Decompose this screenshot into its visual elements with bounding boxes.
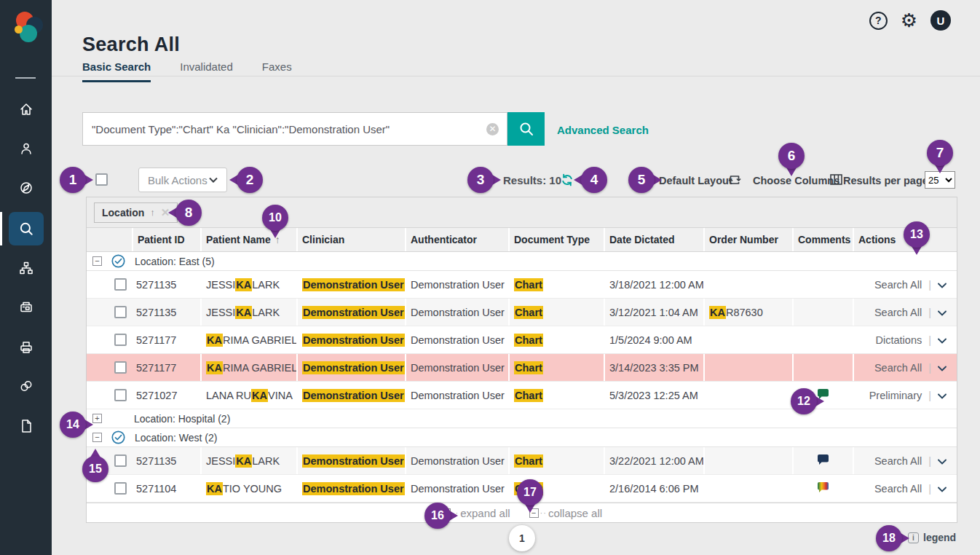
callout-badge-15: 15 — [82, 456, 108, 482]
row-checkbox[interactable] — [114, 306, 127, 318]
authenticator-cell: Demonstration User — [405, 447, 508, 474]
column-header-patient-id[interactable]: Patient ID — [132, 228, 200, 251]
search-icon[interactable] — [0, 213, 52, 245]
pagination-page-1[interactable]: 1 — [509, 525, 535, 551]
bulk-actions-dropdown[interactable]: Bulk Actions — [138, 168, 227, 192]
link-icon[interactable] — [0, 370, 52, 402]
tab-invalidated[interactable]: Invalidated — [180, 60, 233, 82]
callout-number: 10 — [262, 205, 288, 231]
user-avatar[interactable]: U — [930, 10, 951, 31]
callout-badge-10: 10 — [262, 205, 288, 231]
help-icon[interactable]: ? — [869, 12, 888, 30]
tab-basic-search[interactable]: Basic Search — [82, 60, 151, 82]
row-checkbox[interactable] — [114, 389, 127, 401]
user-icon[interactable] — [0, 133, 52, 165]
group-row: +Location: Hospital (2) — [87, 409, 957, 428]
row-actions-chevron-icon[interactable] — [938, 279, 947, 291]
group-by-chip-location[interactable]: Location ↑ ✕ — [94, 202, 178, 223]
row-checkbox[interactable] — [114, 278, 127, 291]
date-dictated-cell: 1/5/2024 9:00 AM — [604, 326, 703, 353]
comment-rainbow-icon[interactable] — [817, 481, 829, 495]
patient-name-cell: KATIO YOUNG — [200, 475, 296, 502]
layout-repeat-icon[interactable] — [728, 174, 741, 189]
row-action-link[interactable]: Search All — [874, 455, 922, 467]
authenticator-cell: Demonstration User — [405, 299, 508, 326]
printer-icon[interactable] — [0, 331, 52, 363]
row-actions-chevron-icon[interactable] — [938, 455, 947, 467]
row-checkbox[interactable] — [114, 361, 127, 374]
text: LANA RU — [206, 390, 251, 401]
row-action-link[interactable]: Search All — [874, 307, 922, 318]
patient-id-cell: 5271135 — [132, 299, 200, 326]
row-actions-cell: Search All| — [853, 447, 957, 474]
group-selected-check-icon[interactable] — [111, 430, 125, 444]
select-all-checkbox[interactable] — [95, 173, 108, 186]
date-dictated-cell: 3/14/2023 3:35 PM — [604, 354, 703, 381]
patient-name-cell: LANA RUKAVINA — [200, 382, 296, 409]
clinician-cell: Demonstration User — [296, 271, 405, 298]
callout-badge-7: 7 — [927, 140, 953, 166]
row-actions-chevron-icon[interactable] — [938, 307, 947, 318]
default-layout-button[interactable]: Default Layout — [659, 175, 732, 186]
row-action-link[interactable]: Search All — [874, 279, 922, 291]
choose-columns-button[interactable]: Choose Columns — [753, 175, 839, 186]
columns-icon[interactable] — [830, 174, 842, 188]
collapse-all-button[interactable]: −··collapse all — [529, 507, 603, 519]
row-actions-chevron-icon[interactable] — [938, 362, 947, 374]
row-checkbox-cell — [108, 475, 132, 502]
row-expand-spacer — [87, 271, 108, 298]
fax-icon[interactable] — [0, 291, 52, 323]
column-header-authenticator[interactable]: Authenticator — [405, 228, 508, 251]
row-actions-chevron-icon[interactable] — [938, 334, 947, 346]
tab-faxes[interactable]: Faxes — [262, 60, 292, 82]
row-action-link[interactable]: Dictations — [876, 334, 922, 346]
row-checkbox[interactable] — [114, 482, 127, 495]
callout-number: 17 — [517, 479, 543, 505]
callout-number: 4 — [581, 167, 607, 193]
expand-group-icon[interactable]: + — [92, 414, 102, 423]
patient-name-cell: JESSIKA LARK — [200, 447, 296, 474]
authenticator-cell: Demonstration User — [405, 382, 508, 409]
sort-asc-icon[interactable]: ↑ — [150, 207, 155, 218]
column-header-document-type[interactable]: Document Type — [508, 228, 604, 251]
legend-button[interactable]: i legend — [908, 532, 956, 543]
callout-badge-17: 17 — [517, 479, 543, 505]
comment-navy-icon[interactable] — [817, 454, 829, 468]
row-actions-cell: Dictations| — [853, 326, 957, 353]
document-type-cell: Chart — [508, 326, 604, 353]
highlighted-text: KA — [251, 389, 268, 402]
collapse-group-icon[interactable]: − — [92, 433, 102, 442]
row-actions-chevron-icon[interactable] — [938, 483, 947, 495]
search-button[interactable] — [507, 112, 545, 146]
magnifier-icon — [518, 121, 534, 137]
callout-badge-8: 8 — [175, 200, 202, 226]
row-expand-spacer — [87, 326, 108, 353]
row-action-link[interactable]: Preliminary — [869, 390, 922, 401]
group-selected-check-icon[interactable] — [111, 254, 125, 268]
home-icon[interactable] — [0, 93, 52, 125]
order-number-cell: KAR87630 — [703, 299, 792, 326]
row-action-link[interactable]: Search All — [874, 362, 922, 374]
row-checkbox-cell — [108, 447, 132, 474]
column-header-clinician[interactable]: Clinician — [296, 228, 405, 251]
text: LARK — [252, 455, 280, 467]
compass-icon[interactable] — [0, 172, 52, 204]
row-actions-chevron-icon[interactable] — [938, 390, 947, 401]
search-input[interactable] — [82, 112, 507, 146]
column-header-order-number[interactable]: Order Number — [703, 228, 792, 251]
advanced-search-link[interactable]: Advanced Search — [557, 124, 649, 136]
collapse-group-icon[interactable]: − — [92, 256, 102, 266]
results-per-page-select[interactable]: 25 — [925, 171, 955, 189]
gear-icon[interactable]: ⚙ — [901, 11, 917, 30]
row-action-link[interactable]: Search All — [874, 483, 922, 495]
column-header-comments[interactable]: Comments — [792, 228, 853, 251]
row-checkbox[interactable] — [114, 334, 127, 346]
callout-number: 13 — [904, 221, 930, 248]
highlighted-text: KA — [206, 361, 223, 374]
document-icon[interactable] — [0, 410, 52, 442]
clear-search-icon[interactable]: ✕ — [486, 123, 499, 135]
sitemap-icon[interactable] — [0, 252, 52, 284]
row-checkbox[interactable] — [114, 454, 127, 467]
column-header-date-dictated[interactable]: Date Dictated — [604, 228, 703, 251]
refresh-icon[interactable] — [561, 173, 574, 189]
